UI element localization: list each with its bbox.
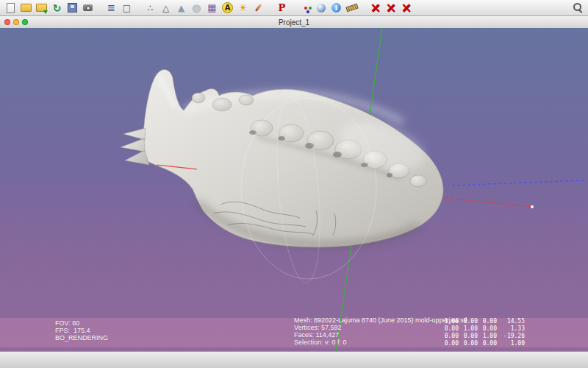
points-render-icon[interactable] <box>144 1 157 14</box>
matrix-cell: 1.00 <box>440 318 459 325</box>
lighting-toggle-icon[interactable] <box>237 1 249 14</box>
matrix-cell: 0.00 <box>459 318 478 325</box>
bounding-box-icon[interactable] <box>121 1 133 14</box>
zoom-button[interactable] <box>22 19 28 25</box>
matrix-cell: 0.00 <box>440 333 459 340</box>
measure-tool-icon[interactable] <box>345 1 358 14</box>
scene-svg <box>0 28 588 352</box>
toolbar <box>0 0 588 16</box>
hud-left: FOV: 60FPS: 175.4BO_RENDERING <box>55 319 108 342</box>
window-title: Project_1 <box>279 18 309 26</box>
viewport-canvas[interactable]: FOV: 60FPS: 175.4BO_RENDERING Mesh: 8920… <box>0 28 588 352</box>
flat-render-icon[interactable] <box>175 1 187 14</box>
toolbar-separator <box>291 1 296 14</box>
meshlab-window: Project_1 <box>0 0 588 368</box>
matrix-cell: -19.26 <box>497 333 525 340</box>
matrix-cell: 1.00 <box>459 325 478 333</box>
delete-mesh-2-icon[interactable] <box>384 1 397 14</box>
pick-points-icon[interactable] <box>276 1 288 14</box>
new-project-icon[interactable] <box>4 1 17 14</box>
z-painting-icon[interactable] <box>252 1 265 14</box>
toolbar-separator <box>136 1 141 14</box>
open-project-icon[interactable] <box>20 1 32 14</box>
matrix-cell: 0.00 <box>478 325 497 333</box>
toolbar-separator <box>97 1 102 14</box>
hud-line: FOV: 60 <box>55 319 108 327</box>
matrix-cell: 1.00 <box>497 340 525 347</box>
matrix: 1.000.000.0014.550.001.000.001.330.000.0… <box>440 318 525 347</box>
titlebar[interactable]: Project_1 <box>0 16 588 29</box>
axis-z-dashed-line <box>452 180 584 185</box>
matrix-cell: 0.00 <box>440 325 459 333</box>
window-controls <box>4 19 28 25</box>
axis-endpoint-dot <box>531 205 534 208</box>
save-project-icon[interactable] <box>66 1 79 14</box>
texture-render-icon[interactable] <box>206 1 218 14</box>
import-mesh-icon[interactable] <box>35 1 48 14</box>
hud-line: BO_RENDERING <box>55 334 108 342</box>
select-vertices-icon[interactable] <box>299 1 312 14</box>
delete-mesh-1-icon[interactable] <box>369 1 381 14</box>
matrix-cell: 14.55 <box>497 318 525 325</box>
minimize-button[interactable] <box>13 19 19 25</box>
reload-mesh-icon[interactable] <box>51 1 63 14</box>
ambient-occlusion-icon[interactable] <box>221 1 234 14</box>
toolbar-separator <box>268 1 273 14</box>
axis-x-dashed-line <box>445 198 531 207</box>
axis-y-line <box>370 28 382 115</box>
toolbar-separator <box>361 1 366 14</box>
matrix-cell: 0.00 <box>459 333 478 340</box>
wireframe-render-icon[interactable] <box>159 1 172 14</box>
hud-line: FPS: 175.4 <box>55 327 108 334</box>
search-icon[interactable] <box>571 1 584 14</box>
show-layers-icon[interactable] <box>105 1 118 14</box>
matrix-cell: 0.00 <box>478 340 497 347</box>
smooth-render-icon[interactable] <box>190 1 203 14</box>
matrix-cell: 1.00 <box>478 333 497 340</box>
matrix-cell: 0.00 <box>459 340 478 347</box>
decorations-icon[interactable] <box>315 1 327 14</box>
matrix-cell: 1.33 <box>497 325 525 333</box>
mesh-info-icon[interactable] <box>330 1 343 14</box>
bottom-chrome <box>0 351 588 368</box>
delete-mesh-3-icon[interactable] <box>400 1 412 14</box>
close-button[interactable] <box>4 19 10 25</box>
matrix-cell: 0.00 <box>478 318 497 325</box>
matrix-cell: 0.00 <box>440 340 459 347</box>
snapshot-icon[interactable] <box>82 1 94 14</box>
